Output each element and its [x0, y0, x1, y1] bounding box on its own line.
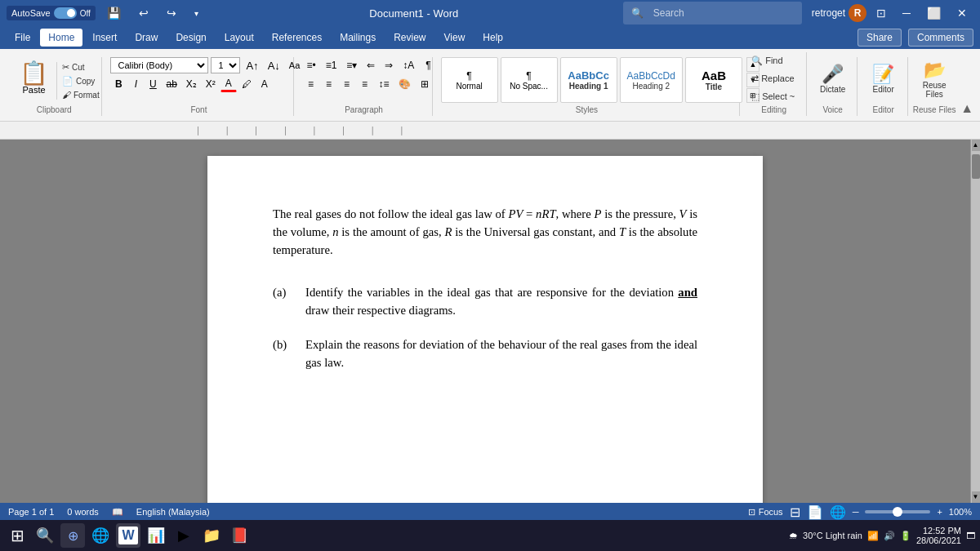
save-quick-btn[interactable]: 💾	[100, 0, 127, 26]
paste-button[interactable]: 📋 Paste	[13, 59, 55, 103]
cut-btn[interactable]: ✂ Cut	[59, 60, 103, 74]
start-button[interactable]: ⊞	[5, 523, 29, 548]
align-right-btn[interactable]: ≡	[338, 76, 354, 92]
menu-item-mailings[interactable]: Mailings	[332, 29, 384, 47]
scroll-up-btn[interactable]: ▲	[972, 140, 980, 151]
menu-item-home[interactable]: Home	[40, 29, 82, 47]
minimize-btn[interactable]: ─	[896, 0, 917, 26]
style-heading1[interactable]: AaBbCc Heading 1	[560, 57, 617, 103]
taskbar-ppt[interactable]: 📊	[144, 523, 168, 548]
comments-button[interactable]: Comments	[908, 29, 973, 47]
bold-btn[interactable]: B	[110, 76, 127, 92]
menu-item-view[interactable]: View	[436, 29, 474, 47]
strikethrough-btn[interactable]: ab	[162, 76, 180, 92]
list-multilevel-btn[interactable]: ≡▾	[342, 57, 361, 73]
taskbar-search[interactable]: 🔍	[33, 523, 57, 548]
style-no-spacing[interactable]: ¶ No Spac...	[501, 57, 558, 103]
text-color-btn[interactable]: A	[256, 76, 273, 92]
highlight-btn[interactable]: 🖊	[238, 76, 256, 92]
ribbon-display-btn[interactable]: ⊡	[870, 0, 893, 26]
subscript-btn[interactable]: X₂	[182, 76, 201, 92]
find-btn[interactable]: 🔍 Find	[748, 52, 798, 69]
increase-indent-btn[interactable]: ⇒	[381, 57, 397, 73]
menu-item-review[interactable]: Review	[385, 29, 434, 47]
title-search-input[interactable]	[647, 4, 794, 22]
view-web-btn[interactable]: 🌐	[830, 504, 846, 520]
italic-btn[interactable]: I	[127, 76, 144, 92]
scroll-down-btn[interactable]: ▼	[972, 491, 980, 503]
format-painter-btn[interactable]: 🖌 Format	[59, 88, 103, 101]
close-btn[interactable]: ✕	[951, 0, 973, 26]
style-heading2[interactable]: AaBbCcDd Heading 2	[620, 57, 683, 103]
menu-item-design[interactable]: Design	[167, 29, 214, 47]
share-button[interactable]: Share	[858, 29, 902, 47]
font-size-select[interactable]: 11	[211, 57, 240, 73]
align-left-btn[interactable]: ≡	[302, 76, 318, 92]
zoom-slider[interactable]	[865, 510, 930, 513]
view-read-btn[interactable]: 📄	[807, 504, 823, 520]
search-bar[interactable]: 🔍	[623, 2, 802, 24]
autosave-switch[interactable]	[54, 7, 77, 19]
network-icon: 📶	[867, 531, 879, 541]
scrollbar-right[interactable]: ▲ ▼	[970, 140, 980, 503]
decrease-indent-btn[interactable]: ⇐	[363, 57, 379, 73]
doc-item-a: (a) Identify the variables in the ideal …	[273, 283, 697, 319]
taskbar-edge[interactable]: 🌐	[88, 523, 113, 548]
redo-btn[interactable]: ↪	[160, 0, 183, 26]
taskbar-taskview[interactable]: ⊕	[60, 523, 85, 548]
zoom-minus[interactable]: ─	[853, 507, 859, 517]
dictate-button[interactable]: 🎤 Dictate	[816, 57, 849, 100]
menu-item-draw[interactable]: Draw	[127, 29, 166, 47]
underline-btn[interactable]: U	[145, 76, 161, 92]
border-btn[interactable]: ⊞	[416, 76, 433, 92]
taskbar-files[interactable]: 📁	[199, 523, 224, 548]
autosave-label: AutoSave	[11, 8, 51, 18]
taskbar-pdf[interactable]: 📕	[227, 523, 252, 548]
taskbar-media[interactable]: ▶	[172, 523, 196, 548]
align-center-btn[interactable]: ≡	[320, 76, 336, 92]
list-unordered-btn[interactable]: ≡•	[302, 57, 319, 73]
ribbon-collapse-btn[interactable]: ▲	[960, 101, 973, 116]
style-heading2-text: AaBbCcDd	[627, 70, 675, 82]
font-name-select[interactable]: Calibri (Body)	[110, 57, 208, 73]
superscript-btn[interactable]: X²	[202, 76, 220, 92]
font-color-btn[interactable]: A	[220, 76, 237, 92]
notifications-icon[interactable]: 🗖	[966, 531, 975, 540]
menu-item-help[interactable]: Help	[474, 29, 511, 47]
shading-btn[interactable]: 🎨	[394, 76, 415, 92]
view-layout-btn[interactable]: ⊟	[790, 504, 800, 520]
copy-btn[interactable]: 📄 Copy	[59, 74, 103, 88]
focus-btn[interactable]: ⊡ Focus	[748, 507, 783, 518]
scroll-thumb[interactable]	[972, 154, 980, 179]
menu-item-file[interactable]: File	[7, 29, 38, 47]
zoom-level[interactable]: 100%	[949, 507, 972, 517]
line-spacing-btn[interactable]: ↕≡	[374, 76, 393, 92]
zoom-plus[interactable]: +	[937, 507, 942, 517]
taskbar-word[interactable]: W	[116, 523, 140, 548]
paragraph-group: ≡• ≡1 ≡▾ ⇐ ⇒ ↕A ¶ ≡ ≡ ≡ ≡ ↕≡ 🎨 ⊞ Paragra…	[296, 57, 432, 116]
autosave-toggle[interactable]: AutoSave Off	[7, 6, 96, 20]
language-label[interactable]: English (Malaysia)	[136, 507, 210, 517]
customize-btn[interactable]: ▾	[188, 0, 205, 26]
taskbar-clock[interactable]: 12:52 PM 28/06/2021	[916, 526, 961, 545]
grow-font-btn[interactable]: A↑	[243, 57, 261, 73]
menu-item-references[interactable]: References	[264, 29, 330, 47]
user-avatar[interactable]: R	[849, 4, 866, 22]
reuse-files-button[interactable]: 📂 ReuseFiles	[919, 57, 951, 101]
shrink-font-btn[interactable]: A↓	[265, 57, 283, 73]
list-ordered-btn[interactable]: ≡1	[322, 57, 341, 73]
clipboard-row: 📋 Paste ✂ Cut 📄 Copy 🖌 Format	[13, 57, 103, 104]
undo-btn[interactable]: ↩	[132, 0, 155, 26]
style-title[interactable]: AaB Title	[685, 57, 742, 103]
sort-btn[interactable]: ↕A	[399, 57, 418, 73]
style-normal[interactable]: ¶ Normal	[441, 57, 498, 103]
select-btn[interactable]: ⬚ Select ~	[748, 88, 798, 104]
doc-intro: The real gases do not follow the ideal g…	[273, 205, 697, 259]
doc-scroll[interactable]: The real gases do not follow the ideal g…	[0, 140, 970, 503]
editor-button[interactable]: 📝 Editor	[868, 57, 898, 100]
menu-item-layout[interactable]: Layout	[216, 29, 262, 47]
maximize-btn[interactable]: ⬜	[920, 0, 947, 26]
replace-btn[interactable]: ⇄ Replace	[748, 70, 798, 87]
menu-item-insert[interactable]: Insert	[84, 29, 125, 47]
align-justify-btn[interactable]: ≡	[356, 76, 372, 92]
